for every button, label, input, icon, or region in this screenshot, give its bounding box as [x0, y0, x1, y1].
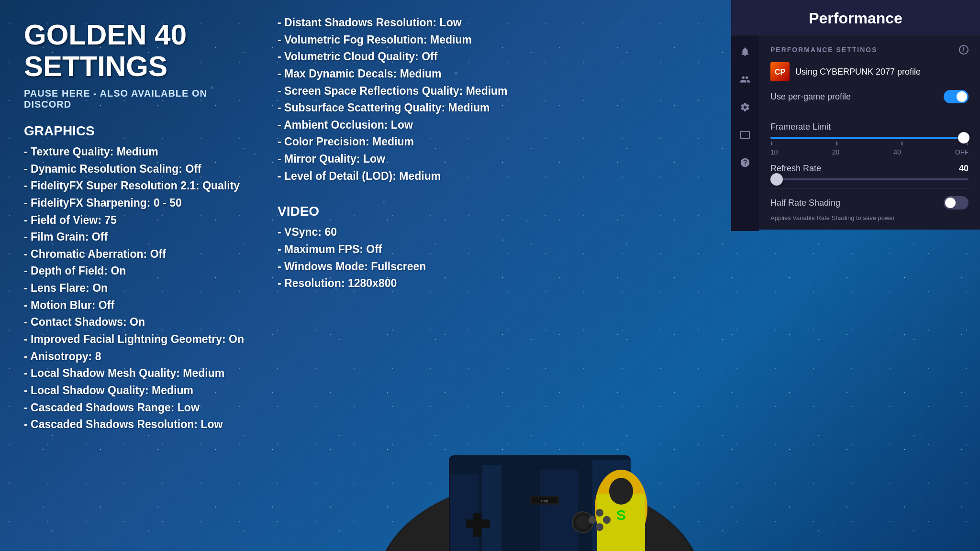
list-item: - Lens Flare: On: [24, 280, 249, 297]
list-item: - Volumetric Cloud Quality: Off: [278, 48, 517, 66]
refresh-rate-row: Refresh Rate 40: [770, 164, 969, 180]
svg-point-13: [609, 478, 633, 505]
side-icons: [731, 35, 759, 231]
half-rate-label: Half Rate Shading: [770, 198, 840, 208]
svg-rect-9: [540, 470, 578, 551]
framerate-limit-header: Framerate Limit: [770, 122, 969, 132]
panel-header: Performance: [731, 0, 980, 35]
panel-content: PERFORMANCE SETTINGS i: [759, 35, 980, 231]
slider-label-off: OFF: [955, 148, 969, 156]
list-item: - Color Precision: Medium: [278, 133, 517, 151]
users-icon[interactable]: [736, 71, 754, 88]
svg-text:Cap: Cap: [541, 499, 548, 503]
list-item: - Cascaded Shadows Range: Low: [24, 399, 249, 417]
framerate-slider-fill: [770, 137, 969, 139]
list-item: - Field of View: 75: [24, 212, 249, 229]
svg-text:CP: CP: [775, 68, 786, 76]
left-panel: GOLDEN 40 SETTINGS PAUSE HERE - ALSO AVA…: [0, 0, 268, 551]
slider-label-40: 40: [893, 148, 901, 156]
slider-label-20: 20: [832, 148, 840, 156]
list-item: - Texture Quality: Medium: [24, 143, 249, 161]
slider-label-10: 10: [770, 148, 778, 156]
device-image-area: S Cap: [372, 321, 731, 551]
list-item: - Mirror Quality: Low: [278, 151, 517, 168]
framerate-slider-thumb[interactable]: [958, 132, 969, 143]
refresh-slider-track: [770, 178, 969, 180]
list-item: - Maximum FPS: Off: [278, 241, 517, 258]
list-item: - Windows Mode: Fullscreen: [278, 258, 517, 276]
svg-point-22: [589, 516, 596, 524]
framerate-slider-container: [770, 137, 969, 139]
refresh-slider-thumb[interactable]: [770, 173, 783, 186]
svg-point-19: [596, 509, 603, 517]
video-settings-list: - VSync: 60 - Maximum FPS: Off - Windows…: [278, 224, 517, 292]
list-item: - FidelityFX Super Resolution 2.1: Quali…: [24, 177, 249, 195]
more-graphics-list: - Distant Shadows Resolution: Low - Volu…: [278, 14, 517, 185]
half-rate-toggle-knob: [945, 198, 956, 208]
list-item: - Level of Detail (LOD): Medium: [278, 168, 517, 185]
bell-icon[interactable]: [736, 43, 754, 60]
refresh-rate-value: 40: [959, 164, 969, 174]
list-item: - Distant Shadows Resolution: Low: [278, 14, 517, 32]
svg-point-21: [596, 523, 603, 531]
list-item: - Subsurface Scattering Quality: Medium: [278, 99, 517, 117]
list-item: - Resolution: 1280x800: [278, 275, 517, 292]
half-rate-header: Half Rate Shading: [770, 196, 969, 209]
list-item: - Chromatic Aberration: Off: [24, 246, 249, 263]
graphics-section-title: GRAPHICS: [24, 123, 249, 139]
profile-avatar: CP: [770, 62, 790, 81]
svg-point-20: [603, 516, 611, 524]
framerate-limit-label: Framerate Limit: [770, 122, 831, 132]
list-item: - VSync: 60: [278, 224, 517, 241]
toggle-knob: [957, 91, 967, 102]
list-item: - Motion Blur: Off: [24, 297, 249, 314]
main-title: GOLDEN 40 SETTINGS: [24, 19, 249, 82]
device-svg: S Cap: [372, 321, 731, 551]
profile-name: Using CYBERPUNK 2077 profile: [795, 67, 969, 77]
video-section-title: VIDEO: [278, 204, 517, 219]
half-rate-shading-row: Half Rate Shading Applies Variable Rate …: [770, 196, 969, 221]
svg-text:S: S: [616, 507, 626, 523]
refresh-rate-header: Refresh Rate 40: [770, 164, 969, 174]
use-per-game-toggle[interactable]: [944, 90, 969, 103]
divider-2: [770, 188, 969, 188]
list-item: - Depth of Field: On: [24, 263, 249, 280]
display-icon[interactable]: [736, 126, 754, 143]
panel-title: Performance: [768, 10, 944, 27]
use-per-game-row: Use per-game profile: [770, 90, 969, 103]
refresh-rate-label: Refresh Rate: [770, 164, 821, 174]
list-item: - Contact Shadows: On: [24, 314, 249, 331]
half-rate-toggle[interactable]: [944, 196, 969, 209]
performance-settings-label: PERFORMANCE SETTINGS i: [770, 45, 969, 55]
framerate-limit-row: Framerate Limit: [770, 122, 969, 156]
list-item: - Screen Space Reflections Quality: Medi…: [278, 83, 517, 100]
divider-1: [770, 114, 969, 114]
half-rate-description: Applies Variable Rate Shading to save po…: [770, 214, 969, 221]
framerate-slider-track: [770, 137, 969, 139]
list-item: - Volumetric Fog Resolution: Medium: [278, 32, 517, 49]
list-item: - Film Grain: Off: [24, 229, 249, 246]
list-item: - Improved Facial Lightning Geometry: On: [24, 331, 249, 348]
list-item: - Ambient Occlusion: Low: [278, 117, 517, 134]
graphics-settings-list: - Texture Quality: Medium - Dynamic Reso…: [24, 143, 249, 433]
profile-row: CP Using CYBERPUNK 2077 profile: [770, 62, 969, 81]
framerate-slider-labels: 10 20 40 OFF: [770, 148, 969, 156]
performance-panel: Performance: [731, 0, 980, 230]
use-per-game-label: Use per-game profile: [770, 92, 851, 102]
list-item: - Anisotropy: 8: [24, 348, 249, 365]
subtitle: PAUSE HERE - ALSO AVAILABLE ON DISCORD: [24, 88, 249, 110]
list-item: - Max Dynamic Decals: Medium: [278, 66, 517, 83]
svg-point-18: [576, 516, 590, 529]
svg-rect-8: [482, 465, 501, 551]
list-item: - Local Shadow Quality: Medium: [24, 382, 249, 399]
list-item: - Cascaded Shadows Resolution: Low: [24, 416, 249, 433]
list-item: - Local Shadow Mesh Quality: Medium: [24, 365, 249, 382]
help-icon[interactable]: [736, 154, 754, 171]
video-section: VIDEO - VSync: 60 - Maximum FPS: Off - W…: [278, 204, 517, 292]
gear-icon[interactable]: [736, 99, 754, 116]
list-item: - FidelityFX Sharpening: 0 - 50: [24, 195, 249, 212]
info-icon[interactable]: i: [959, 45, 969, 55]
list-item: - Dynamic Resolution Scaling: Off: [24, 161, 249, 178]
panel-body: PERFORMANCE SETTINGS i: [731, 35, 980, 231]
svg-rect-16: [466, 519, 490, 528]
